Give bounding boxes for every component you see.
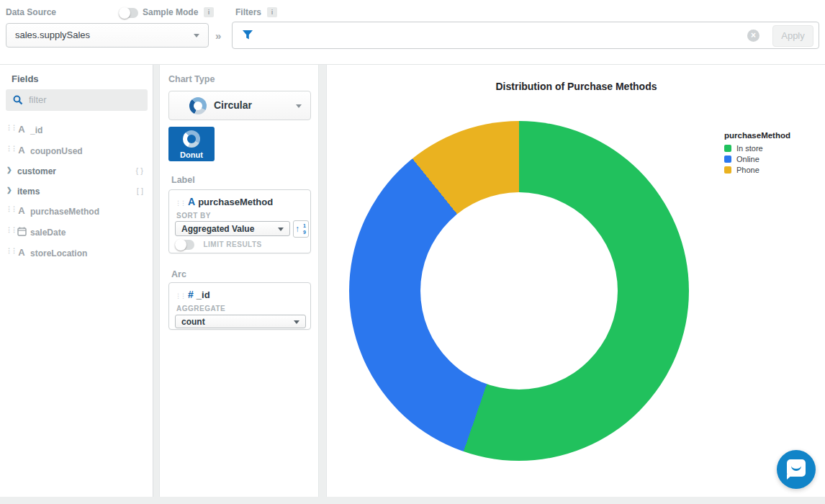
donut-subtype-tile[interactable]: Donut <box>168 127 215 161</box>
data-source-dropdown[interactable]: sales.supplySales <box>6 23 209 48</box>
legend-label: Online <box>736 155 759 163</box>
chart-title: Distribution of Purchase Methods <box>327 81 825 92</box>
data-source-label: Data Source <box>6 7 56 17</box>
smile-icon <box>791 466 801 471</box>
aggregate-label: AGGREGATE <box>176 305 225 312</box>
drag-handle-icon: ⋮⋮ <box>6 205 16 212</box>
chart-builder-panel: Chart Type Circular Donut Label ⋮⋮Apurch… <box>159 65 319 497</box>
arc-field-chip[interactable]: ⋮⋮#_id <box>175 288 210 301</box>
apply-button[interactable]: Apply <box>772 25 813 47</box>
sort-by-dropdown[interactable]: Aggregated Value <box>175 221 290 236</box>
search-icon <box>13 95 23 105</box>
field-row-id[interactable]: ⋮⋮ A _id <box>0 122 153 138</box>
chevron-down-icon <box>296 104 302 108</box>
field-row-couponused[interactable]: ⋮⋮ A couponUsed <box>0 143 153 158</box>
legend-item[interactable]: Online <box>724 153 790 164</box>
donut-hole <box>420 192 618 390</box>
donut-chart[interactable] <box>349 121 689 461</box>
legend-label: Phone <box>736 166 759 174</box>
top-toolbar: Data Source Sample Mode i Filters i sale… <box>0 0 825 65</box>
aggregate-dropdown[interactable]: count <box>175 315 306 328</box>
field-label: items <box>17 186 40 197</box>
field-label: customer <box>17 166 56 176</box>
limit-results-row: LIMIT RESULTS <box>175 238 262 251</box>
drag-handle-icon: ⋮⋮ <box>6 145 16 152</box>
arc-encoding-card: ⋮⋮#_id AGGREGATE count <box>168 282 311 330</box>
label-encoding-card: ⋮⋮ApurchaseMethod SORT BY Aggregated Val… <box>168 189 311 253</box>
filters-label: Filters <box>235 7 261 17</box>
field-label: storeLocation <box>30 248 87 258</box>
field-row-items[interactable]: ❯ items [ ] <box>0 183 153 199</box>
field-label: couponUsed <box>30 146 83 156</box>
aggregate-value: count <box>181 317 205 327</box>
sort-arrow-icon: ↑ <box>295 224 299 234</box>
limit-results-label: LIMIT RESULTS <box>203 240 261 248</box>
label-field-name: purchaseMethod <box>198 197 273 207</box>
arc-field-name: _id <box>197 289 210 300</box>
field-label: saleDate <box>30 228 66 238</box>
filters-info-icon[interactable]: i <box>267 7 277 17</box>
legend-swatch <box>724 145 731 152</box>
donut-chart-icon <box>183 130 200 148</box>
fields-panel-title: Fields <box>12 73 39 84</box>
label-field-chip[interactable]: ⋮⋮ApurchaseMethod <box>175 195 273 208</box>
chevron-down-icon <box>294 320 299 324</box>
circular-chart-icon <box>189 97 207 114</box>
sample-mode-label: Sample Mode <box>143 7 198 17</box>
string-type-icon: A <box>16 205 27 216</box>
chart-type-value: Circular <box>214 99 252 111</box>
legend-item[interactable]: Phone <box>724 164 790 175</box>
chat-bubble-icon <box>787 459 806 477</box>
number-type-icon: # <box>188 289 194 300</box>
field-row-storelocation[interactable]: ⋮⋮ A storeLocation <box>0 245 153 261</box>
fields-filter-box <box>6 89 148 111</box>
string-type-icon: A <box>16 124 27 135</box>
chart-type-heading: Chart Type <box>168 74 215 84</box>
drag-handle-icon: ⋮⋮ <box>6 226 16 233</box>
chart-preview-panel: Distribution of Purchase Methods purchas… <box>326 65 825 497</box>
chevron-down-icon <box>278 228 284 231</box>
data-source-value: sales.supplySales <box>15 30 90 40</box>
fields-filter-input[interactable] <box>29 90 143 109</box>
sort-numeric-icon: 19 <box>303 222 306 235</box>
chat-launcher-button[interactable] <box>777 450 816 489</box>
object-type-badge: { } <box>136 166 143 175</box>
drag-handle-icon: ⋮⋮ <box>175 199 185 207</box>
donut-subtype-label: Donut <box>168 150 215 159</box>
sample-mode-toggle[interactable] <box>119 8 138 18</box>
chart-legend: purchaseMethod In store Online Phone <box>724 131 790 175</box>
sample-mode-info-icon[interactable]: i <box>204 7 214 17</box>
legend-label: In store <box>736 144 763 153</box>
field-label: _id <box>30 125 42 135</box>
chevron-right-icon[interactable]: ❯ <box>6 166 12 174</box>
sort-by-value: Aggregated Value <box>181 224 254 234</box>
chevron-down-icon <box>194 34 199 37</box>
limit-results-toggle[interactable] <box>175 240 194 250</box>
label-section-heading: Label <box>171 175 195 185</box>
legend-item[interactable]: In store <box>724 143 790 153</box>
string-type-icon: A <box>188 196 195 207</box>
array-type-badge: [ ] <box>137 186 143 195</box>
sort-by-label: SORT BY <box>176 212 211 220</box>
fields-panel: Fields ⋮⋮ A _id ⋮⋮ A couponUsed ❯ custom… <box>0 65 153 497</box>
drag-handle-icon: ⋮⋮ <box>175 292 185 300</box>
legend-swatch <box>724 166 731 174</box>
drag-handle-icon: ⋮⋮ <box>6 124 16 131</box>
field-row-purchasemethod[interactable]: ⋮⋮ A purchaseMethod <box>0 203 153 219</box>
toggle-knob <box>119 7 130 19</box>
chevron-right-icon[interactable]: ❯ <box>6 186 12 194</box>
field-row-saledate[interactable]: ⋮⋮ saleDate <box>0 224 153 240</box>
filter-query-bar: × Apply <box>232 22 819 49</box>
double-chevron-icon: » <box>215 30 221 42</box>
field-row-customer[interactable]: ❯ customer { } <box>0 163 153 179</box>
field-label: purchaseMethod <box>30 207 99 217</box>
clear-filter-icon[interactable]: × <box>747 30 759 42</box>
string-type-icon: A <box>16 145 27 156</box>
funnel-icon <box>242 30 253 40</box>
legend-swatch <box>724 156 731 163</box>
filter-query-input[interactable] <box>258 24 734 47</box>
sort-order-button[interactable]: ↑ 19 <box>293 220 309 238</box>
chart-type-dropdown[interactable]: Circular <box>168 91 311 120</box>
arc-section-heading: Arc <box>171 269 186 279</box>
calendar-icon <box>16 226 27 238</box>
